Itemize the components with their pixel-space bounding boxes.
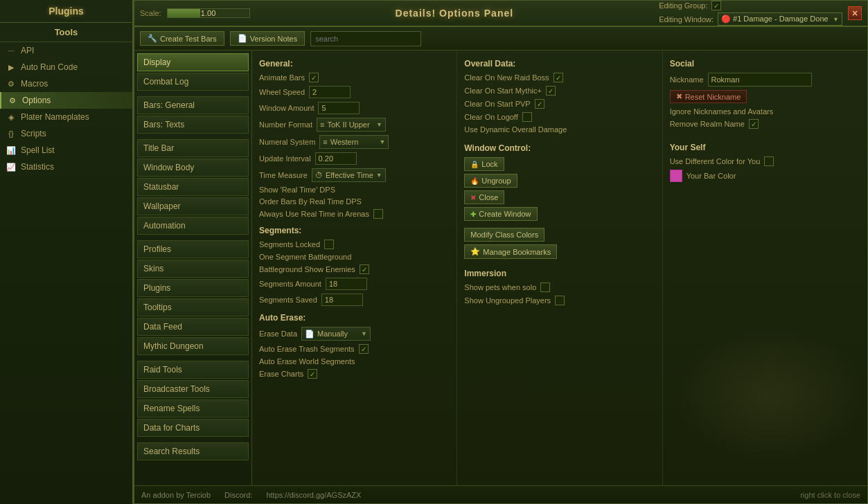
- immersion-section-title: Immersion: [464, 269, 655, 278]
- subnav-bars-texts[interactable]: Bars: Texts: [137, 116, 249, 134]
- segments-amount-row: Segments Amount: [259, 278, 450, 290]
- clear-raid-row: Clear On New Raid Boss: [464, 73, 655, 82]
- segments-amount-input[interactable]: [326, 278, 367, 290]
- editing-group-checkbox[interactable]: [711, 1, 721, 10]
- right-click-close-hint: right click to close: [800, 491, 860, 499]
- sub-nav: Display Combat Log Bars: General Bars: T…: [134, 51, 252, 485]
- wheel-speed-input[interactable]: [309, 86, 351, 98]
- sidebar-item-macros[interactable]: ⚙ Macros: [0, 75, 132, 92]
- create-test-bars-button[interactable]: 🔧 Create Test Bars: [140, 31, 224, 46]
- auto-erase-trash-checkbox[interactable]: [359, 344, 369, 354]
- segments-locked-checkbox[interactable]: [324, 240, 334, 249]
- erase-data-dropdown[interactable]: 📄 Manually ▼: [301, 327, 371, 341]
- animate-bars-checkbox[interactable]: [309, 73, 319, 82]
- use-different-color-row: Use Different Color for You: [670, 156, 860, 166]
- create-test-bars-icon: 🔧: [148, 34, 157, 43]
- subnav-data-for-charts[interactable]: Data for Charts: [137, 419, 249, 437]
- editing-window-dropdown[interactable]: 🔴 #1 Damage - Damage Done ▼: [718, 12, 842, 26]
- clear-logoff-checkbox[interactable]: [522, 112, 532, 122]
- general-section-title: General:: [259, 59, 450, 69]
- sidebar-item-api[interactable]: ··· API: [0, 42, 132, 59]
- modify-class-colors-button[interactable]: Modify Class Colors: [464, 228, 544, 242]
- editing-group-row: Editing Group:: [659, 1, 842, 10]
- sidebar-item-spell-list[interactable]: 📊 Spell List: [0, 142, 132, 159]
- subnav-broadcaster-tools[interactable]: Broadcaster Tools: [137, 380, 249, 398]
- sidebar-item-auto-run[interactable]: ▶ Auto Run Code: [0, 59, 132, 75]
- clear-mythic-checkbox[interactable]: [546, 86, 556, 96]
- close-button[interactable]: ×: [848, 6, 862, 20]
- clear-pvp-row: Clear On Start PVP: [464, 99, 655, 109]
- segments-locked-row: Segments Locked: [259, 240, 450, 249]
- always-use-label: Always Use Real Time in Arenas: [259, 210, 369, 218]
- subnav-title-bar[interactable]: Title Bar: [137, 139, 249, 157]
- subnav-raid-tools[interactable]: Raid Tools: [137, 361, 249, 379]
- show-pets-checkbox[interactable]: [540, 282, 550, 292]
- addon-credit: An addon by Terciob: [141, 491, 211, 499]
- search-input[interactable]: [310, 31, 421, 46]
- editing-window-label: Editing Window:: [659, 15, 714, 24]
- use-dynamic-row: Use Dynamic Overall Damage: [464, 125, 655, 134]
- numeral-system-dropdown[interactable]: ≡ Western ▼: [319, 135, 389, 149]
- subnav-wallpaper[interactable]: Wallpaper: [137, 197, 249, 215]
- create-window-button[interactable]: Create Window: [464, 207, 537, 221]
- numeral-system-row: Numeral System ≡ Western ▼: [259, 135, 450, 149]
- show-ungrouped-row: Show Ungrouped Players: [464, 296, 655, 305]
- scale-bar[interactable]: 1.00: [167, 8, 250, 18]
- update-interval-input[interactable]: [315, 152, 357, 165]
- subnav-skins[interactable]: Skins: [137, 260, 249, 278]
- remove-realm-checkbox[interactable]: [749, 119, 759, 129]
- lock-button[interactable]: Lock: [464, 157, 504, 171]
- clear-pvp-checkbox[interactable]: [535, 99, 544, 109]
- window-amount-input[interactable]: [318, 102, 360, 114]
- subnav-combat-log[interactable]: Combat Log: [137, 73, 249, 91]
- battleground-show-checkbox[interactable]: [360, 264, 369, 274]
- top-bar: Scale: 1.00 Details! Options Panel Editi…: [134, 1, 867, 27]
- subnav-profiles[interactable]: Profiles: [137, 240, 249, 258]
- subnav-search-results[interactable]: Search Results: [137, 442, 249, 460]
- auto-erase-section-title: Auto Erase:: [259, 313, 450, 323]
- subnav-rename-spells[interactable]: Rename Spells: [137, 399, 249, 417]
- modify-section: Modify Class Colors ⭐ Manage Bookmarks: [464, 228, 655, 259]
- overall-data-title: Overall Data:: [464, 59, 655, 69]
- update-interval-row: Update Interval: [259, 152, 450, 165]
- auto-run-icon: ▶: [6, 62, 17, 73]
- subnav-window-body[interactable]: Window Body: [137, 159, 249, 177]
- subnav-bars-general[interactable]: Bars: General: [137, 96, 249, 114]
- number-format-arrow-icon: ▼: [376, 121, 382, 128]
- ignore-nicknames-label: Ignore Nicknames and Avatars: [670, 107, 774, 116]
- column-3: Social Nickname ✖ Reset Nickname Ignore …: [663, 51, 867, 485]
- subnav-tooltips[interactable]: Tooltips: [137, 298, 249, 316]
- api-icon: ···: [6, 45, 17, 56]
- sidebar-item-statistics[interactable]: 📈 Statistics: [0, 159, 132, 175]
- use-different-color-checkbox[interactable]: [764, 156, 774, 166]
- sidebar-item-options[interactable]: ⚙ Options: [0, 92, 132, 109]
- always-use-checkbox[interactable]: [373, 209, 383, 219]
- nickname-label: Nickname: [670, 75, 704, 84]
- subnav-statusbar[interactable]: Statusbar: [137, 178, 249, 196]
- reset-nickname-button[interactable]: ✖ Reset Nickname: [670, 90, 747, 103]
- sidebar-item-plater[interactable]: ◈ Plater Nameplates: [0, 109, 132, 125]
- subnav-plugins[interactable]: Plugins: [137, 279, 249, 297]
- ungroup-button[interactable]: Ungroup: [464, 174, 517, 188]
- manage-bookmarks-button[interactable]: ⭐ Manage Bookmarks: [464, 244, 557, 259]
- clear-logoff-label: Clear On Logoff: [464, 113, 517, 121]
- erase-charts-checkbox[interactable]: [308, 369, 317, 379]
- your-bar-color-swatch[interactable]: [670, 170, 682, 182]
- subnav-automation[interactable]: Automation: [137, 217, 249, 235]
- nickname-input[interactable]: [708, 73, 812, 87]
- clear-raid-checkbox[interactable]: [553, 73, 563, 82]
- time-measure-dropdown[interactable]: ⏱ Effective Time ▼: [312, 168, 386, 182]
- subnav-display[interactable]: Display: [137, 53, 249, 71]
- show-ungrouped-checkbox[interactable]: [555, 296, 565, 305]
- close-window-button[interactable]: Close: [464, 190, 504, 204]
- subnav-data-feed[interactable]: Data Feed: [137, 318, 249, 336]
- version-notes-button[interactable]: 📄 Version Notes: [230, 31, 305, 46]
- nickname-row: Nickname: [670, 73, 860, 87]
- number-format-dropdown[interactable]: ≡ ToK II Upper ▼: [317, 118, 386, 132]
- subnav-mythic-dungeon[interactable]: Mythic Dungeon: [137, 337, 249, 355]
- sidebar-item-label: Macros: [21, 79, 48, 89]
- order-bars-label: Order Bars By Real Time DPS: [259, 197, 362, 206]
- clear-mythic-row: Clear On Start Mythic+: [464, 86, 655, 96]
- sidebar-item-scripts[interactable]: {} Scripts: [0, 125, 132, 142]
- segments-saved-input[interactable]: [321, 294, 363, 306]
